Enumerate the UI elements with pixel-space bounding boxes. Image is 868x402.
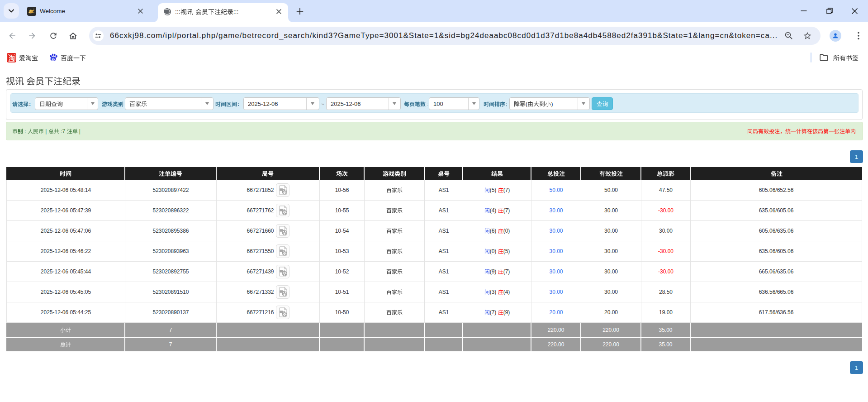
- svg-text:du: du: [52, 57, 55, 60]
